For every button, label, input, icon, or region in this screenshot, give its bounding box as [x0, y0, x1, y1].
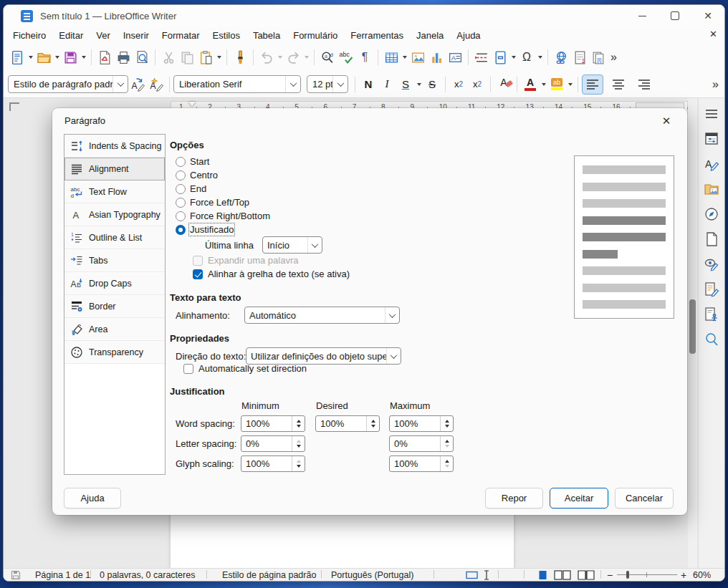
- menu-estilos[interactable]: Estilos: [206, 29, 246, 42]
- font-color-dropdown-icon[interactable]: [540, 74, 547, 95]
- vertical-scrollbar[interactable]: [688, 98, 697, 569]
- superscript-icon[interactable]: x2: [449, 74, 468, 95]
- book-view-icon[interactable]: [577, 569, 595, 580]
- redo-icon[interactable]: [284, 47, 302, 67]
- auto-direction-checkbox[interactable]: [183, 364, 193, 374]
- copy-icon[interactable]: [178, 47, 196, 67]
- font-size-combo[interactable]: 12 pt: [307, 75, 348, 93]
- gallery-icon[interactable]: [701, 179, 722, 199]
- sidebar-settings-icon[interactable]: [701, 104, 722, 124]
- menu-formulario[interactable]: Formulário: [287, 29, 344, 42]
- word-spacing-maximum-spinner[interactable]: 100%: [389, 415, 454, 432]
- open-dropdown-icon[interactable]: [53, 47, 61, 67]
- insert-table-icon[interactable]: [382, 47, 401, 67]
- save-dropdown-icon[interactable]: [80, 47, 87, 67]
- letter-spacing-minimum-spinner[interactable]: 0%: [241, 435, 305, 452]
- menu-ver[interactable]: Ver: [90, 29, 117, 42]
- spin-up-icon[interactable]: [297, 460, 301, 463]
- spinner-value[interactable]: 100%: [390, 416, 440, 431]
- save-status-icon[interactable]: [11, 569, 21, 580]
- tab-drop-caps[interactable]: AB Drop Caps: [64, 272, 165, 295]
- spin-down-icon[interactable]: [297, 445, 301, 448]
- spinner-value[interactable]: 100%: [316, 416, 366, 431]
- insert-field-dropdown-icon[interactable]: [509, 47, 517, 67]
- insert-field-icon[interactable]: [491, 47, 509, 67]
- snap-grid-label[interactable]: Alinhar à grelha de texto (se ativa): [208, 269, 350, 279]
- close-icon[interactable]: ✕: [691, 5, 724, 26]
- radio-centro[interactable]: [176, 170, 186, 180]
- align-left-icon[interactable]: [582, 74, 603, 95]
- help-button[interactable]: Ajuda: [64, 488, 121, 509]
- menu-ficheiro[interactable]: Ficheiro: [6, 29, 52, 42]
- font-name-combo[interactable]: Liberation Serif: [173, 75, 301, 93]
- radio-force-right-bottom[interactable]: [176, 211, 186, 221]
- new-style-icon[interactable]: A: [147, 74, 166, 95]
- radio-centro-label[interactable]: Centro: [190, 170, 218, 180]
- properties-icon[interactable]: [701, 129, 722, 149]
- word-count[interactable]: 0 palavras, 0 caracteres: [100, 569, 195, 580]
- clear-formatting-icon[interactable]: A: [494, 74, 513, 95]
- spin-down-icon[interactable]: [371, 425, 375, 428]
- find-icon[interactable]: [701, 329, 722, 350]
- align-right-icon[interactable]: [633, 74, 655, 95]
- spin-down-icon[interactable]: [297, 465, 301, 468]
- page-style[interactable]: Estilo de página padrão: [222, 569, 316, 580]
- indent-marker-icon[interactable]: [188, 102, 196, 107]
- tab-transparency[interactable]: Transparency: [64, 341, 165, 364]
- undo-dropdown-icon[interactable]: [276, 47, 284, 67]
- zoom-level[interactable]: 60%: [693, 569, 711, 580]
- new-document-icon[interactable]: [8, 47, 27, 67]
- glyph-scaling-maximum-spinner[interactable]: 100%: [389, 456, 454, 472]
- radio-force-left-top[interactable]: [176, 198, 186, 208]
- spin-down-icon[interactable]: [297, 425, 301, 428]
- spin-down-icon[interactable]: [445, 465, 449, 468]
- zoom-in-icon[interactable]: +: [681, 569, 686, 580]
- menu-tabela[interactable]: Tabela: [246, 29, 287, 42]
- ok-button[interactable]: Aceitar: [550, 488, 608, 509]
- paste-dropdown-icon[interactable]: [215, 47, 223, 67]
- word-spacing-desired-spinner[interactable]: 100%: [315, 415, 380, 432]
- save-icon[interactable]: [61, 47, 80, 67]
- spin-up-icon[interactable]: [445, 420, 449, 423]
- special-character-icon[interactable]: Ω: [517, 47, 536, 67]
- cut-icon[interactable]: [159, 47, 178, 67]
- word-spacing-minimum-spinner[interactable]: 100%: [241, 415, 305, 432]
- menu-inserir[interactable]: Inserir: [117, 29, 155, 42]
- insert-image-icon[interactable]: [408, 47, 427, 67]
- chevron-down-icon[interactable]: [385, 307, 399, 323]
- insert-endnote-icon[interactable]: [i]: [589, 47, 608, 67]
- radio-force-left-top-label[interactable]: Force Left/Top: [190, 197, 249, 208]
- radio-end[interactable]: [176, 184, 186, 194]
- tab-tabs[interactable]: Tabs: [64, 249, 165, 272]
- page-icon[interactable]: [701, 229, 722, 249]
- spinner-value[interactable]: 100%: [390, 456, 440, 471]
- spinner-value[interactable]: 0%: [241, 436, 292, 451]
- new-document-dropdown-icon[interactable]: [27, 47, 34, 67]
- chevron-down-icon[interactable]: [285, 76, 300, 92]
- formatting-toolbar-overflow-icon[interactable]: »: [712, 78, 719, 91]
- dialog-close-icon[interactable]: ✕: [657, 112, 676, 130]
- insert-footnote-icon[interactable]: 1: [570, 47, 589, 67]
- spin-up-icon[interactable]: [297, 420, 301, 423]
- styles-icon[interactable]: A: [701, 154, 722, 174]
- tab-area[interactable]: Area: [64, 318, 165, 341]
- page-info[interactable]: Página 1 de 1: [35, 569, 90, 580]
- chevron-down-icon[interactable]: [112, 76, 128, 92]
- tab-asian-typography[interactable]: A Asian Typography: [64, 203, 165, 226]
- insert-hyperlink-icon[interactable]: [552, 47, 570, 67]
- navigator-icon[interactable]: [701, 204, 722, 224]
- tab-outline-list[interactable]: 1 Outline & List: [64, 226, 165, 249]
- chevron-down-icon[interactable]: [386, 348, 401, 364]
- formatting-marks-icon[interactable]: ¶: [355, 47, 374, 67]
- underline-icon[interactable]: S: [396, 74, 415, 95]
- paste-icon[interactable]: [196, 47, 215, 67]
- spin-up-icon[interactable]: [445, 460, 449, 463]
- menu-editar[interactable]: Editar: [52, 29, 90, 42]
- radio-end-label[interactable]: End: [190, 183, 206, 194]
- undo-icon[interactable]: [257, 47, 276, 67]
- manage-changes-icon[interactable]: [701, 279, 722, 299]
- language[interactable]: Português (Portugal): [331, 569, 413, 580]
- print-icon[interactable]: [114, 47, 133, 67]
- insert-chart-icon[interactable]: [427, 47, 446, 67]
- spinner-value[interactable]: 100%: [241, 456, 292, 471]
